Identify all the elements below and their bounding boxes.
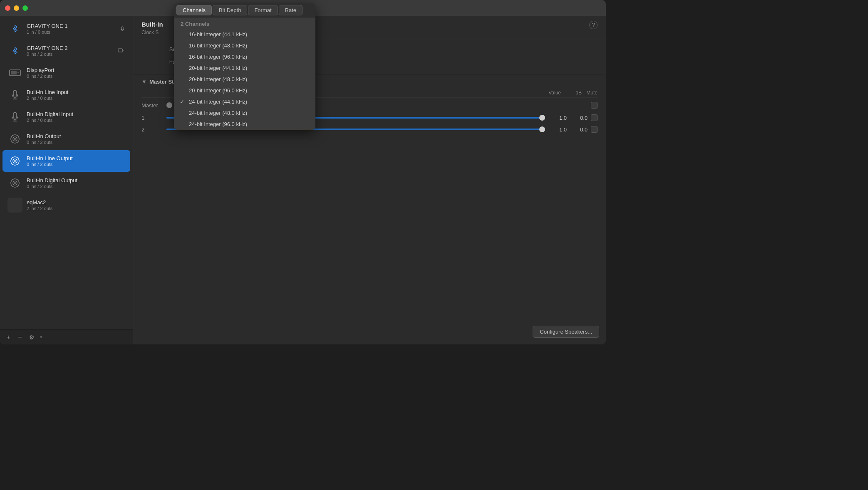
device-info: Built-in Output 0 ins / 2 outs [27, 133, 125, 145]
eqmac-icon [7, 198, 22, 213]
dropdown-item-16bit-441[interactable]: 16-bit Integer (44.1 kHz) [174, 29, 315, 40]
sidebar-item-eqmac2[interactable]: eqMac2 2 ins / 2 outs [2, 194, 130, 216]
remove-device-button[interactable]: − [15, 332, 25, 342]
device-sub: 0 ins / 2 outs [27, 52, 118, 57]
master-label: Master [141, 102, 166, 109]
svg-rect-1 [118, 49, 122, 52]
monitor-speaker-icon [118, 48, 125, 54]
device-name: Built-in Line Output [27, 155, 125, 161]
panel-title: Built-in [141, 21, 163, 28]
dropdown-item-24bit-48[interactable]: 24-bit Integer (48.0 kHz) [174, 107, 315, 119]
device-name: GRAVITY ONE 2 [27, 45, 118, 51]
close-button[interactable] [5, 5, 10, 11]
sidebar-item-gravity-one-1[interactable]: GRAVITY ONE 1 1 in / 0 outs [2, 18, 130, 40]
dropdown-tab-channels[interactable]: Channels [176, 5, 212, 15]
sidebar-item-builtin-output[interactable]: Built-in Output 0 ins / 2 outs [2, 128, 130, 150]
device-name: Built-in Digital Output [27, 177, 125, 183]
speaker-icon [7, 153, 22, 168]
dropdown-tab-rate[interactable]: Rate [279, 5, 303, 15]
svg-rect-6 [11, 71, 17, 74]
speaker-icon [7, 131, 22, 146]
bluetooth-icon [7, 21, 22, 36]
svg-point-22 [14, 182, 16, 184]
slider-thumb[interactable] [539, 115, 545, 121]
device-name: Built-in Digital Input [27, 111, 125, 117]
channel-1-mute[interactable] [591, 114, 598, 121]
channel-2-db: 0.0 [570, 126, 591, 133]
sidebar-item-builtin-line-output[interactable]: Built-in Line Output 0 ins / 2 outs [2, 150, 130, 172]
device-sub: 1 in / 0 outs [27, 30, 119, 35]
sidebar: GRAVITY ONE 1 1 in / 0 outs [0, 16, 133, 344]
device-name: DisplayPort [27, 67, 125, 73]
device-sub: 2 ins / 0 outs [27, 96, 125, 101]
sidebar-toolbar: + − ⚙ ▾ [0, 329, 133, 344]
bluetooth-icon [7, 43, 22, 58]
configure-speakers-button[interactable]: Configure Speakers... [533, 326, 599, 338]
svg-rect-8 [13, 90, 17, 96]
dropdown-tabs: Channels Bit Depth Format Rate [174, 3, 315, 17]
add-device-button[interactable]: + [3, 332, 13, 342]
device-sub: 0 ins / 2 outs [27, 140, 125, 145]
mute-col-label: Mute [585, 90, 598, 96]
svg-rect-11 [13, 112, 17, 118]
device-name: eqMac2 [27, 199, 125, 205]
channel-2-label: 2 [141, 126, 166, 133]
main-window: GRAVITY ONE 1 1 in / 0 outs [0, 0, 606, 344]
device-info: Built-in Line Output 0 ins / 2 outs [27, 155, 125, 167]
channel-2-value: 1.0 [545, 126, 570, 133]
dropdown-tab-bit-depth[interactable]: Bit Depth [213, 5, 247, 15]
device-info: GRAVITY ONE 2 0 ins / 2 outs [27, 45, 118, 57]
device-info: Built-in Digital Output 0 ins / 2 outs [27, 177, 125, 189]
mic-icon [7, 109, 22, 124]
device-sub: 2 ins / 0 outs [27, 118, 125, 123]
value-col-label: Value [539, 90, 564, 96]
device-sub: 0 ins / 2 outs [27, 74, 125, 79]
settings-dropdown-arrow[interactable]: ▾ [40, 334, 42, 340]
dropdown-section-header: 2 Channels [174, 17, 315, 29]
device-info: Built-in Digital Input 2 ins / 0 outs [27, 111, 125, 123]
device-sub: 0 ins / 2 outs [27, 184, 125, 189]
dropdown-tab-format[interactable]: Format [248, 5, 278, 15]
device-info: Built-in Line Input 2 ins / 0 outs [27, 89, 125, 101]
dropdown-item-24bit-441[interactable]: 24-bit Integer (44.1 kHz) [174, 96, 315, 107]
dropdown-item-20bit-96[interactable]: 20-bit Integer (96.0 kHz) [174, 85, 315, 96]
settings-button[interactable]: ⚙ [27, 332, 37, 342]
db-col-label: dB [564, 90, 585, 96]
dropdown-item-16bit-96[interactable]: 16-bit Integer (96.0 kHz) [174, 51, 315, 62]
device-sub: 2 ins / 2 outs [27, 206, 125, 211]
sidebar-item-builtin-line-input[interactable]: Built-in Line Input 2 ins / 0 outs [2, 84, 130, 106]
channel-2-mute[interactable] [591, 126, 598, 133]
clock-source: Clock S [141, 30, 163, 35]
svg-point-19 [14, 160, 16, 162]
sidebar-item-builtin-digital-input[interactable]: Built-in Digital Input 2 ins / 0 outs [2, 106, 130, 128]
device-info: DisplayPort 0 ins / 2 outs [27, 67, 125, 79]
mic-icon [7, 87, 22, 102]
device-name: GRAVITY ONE 1 [27, 23, 119, 29]
svg-point-16 [14, 138, 16, 140]
channel-1-label: 1 [141, 115, 166, 121]
device-accessory [119, 26, 125, 32]
maximize-button[interactable] [22, 5, 28, 11]
help-button[interactable]: ? [589, 21, 598, 29]
minimize-button[interactable] [14, 5, 19, 11]
dropdown-item-20bit-48[interactable]: 20-bit Integer (48.0 kHz) [174, 74, 315, 85]
dropdown-item-16bit-48[interactable]: 16-bit Integer (48.0 kHz) [174, 40, 315, 51]
sidebar-item-gravity-one-2[interactable]: GRAVITY ONE 2 0 ins / 2 outs [2, 40, 130, 62]
channel-1-db: 0.0 [570, 115, 591, 121]
device-info: eqMac2 2 ins / 2 outs [27, 199, 125, 211]
device-info: GRAVITY ONE 1 1 in / 0 outs [27, 23, 119, 35]
displayport-icon [7, 65, 22, 80]
device-name: Built-in Line Input [27, 89, 125, 95]
slider-thumb[interactable] [539, 126, 545, 132]
sidebar-item-builtin-digital-output[interactable]: Built-in Digital Output 0 ins / 2 outs [2, 172, 130, 194]
dropdown-item-24bit-96[interactable]: 24-bit Integer (96.0 kHz) [174, 119, 315, 130]
sidebar-item-displayport[interactable]: DisplayPort 0 ins / 2 outs [2, 62, 130, 84]
traffic-lights [5, 5, 28, 11]
master-slider-thumb[interactable] [166, 102, 172, 108]
master-mute-checkbox[interactable] [591, 102, 598, 109]
bit-depth-dropdown: Channels Bit Depth Format Rate 2 Channel… [174, 3, 315, 130]
collapse-icon[interactable]: ▼ [141, 79, 147, 85]
device-name: Built-in Output [27, 133, 125, 139]
dropdown-item-20bit-441[interactable]: 20-bit Integer (44.1 kHz) [174, 62, 315, 74]
device-sub: 0 ins / 2 outs [27, 162, 125, 167]
